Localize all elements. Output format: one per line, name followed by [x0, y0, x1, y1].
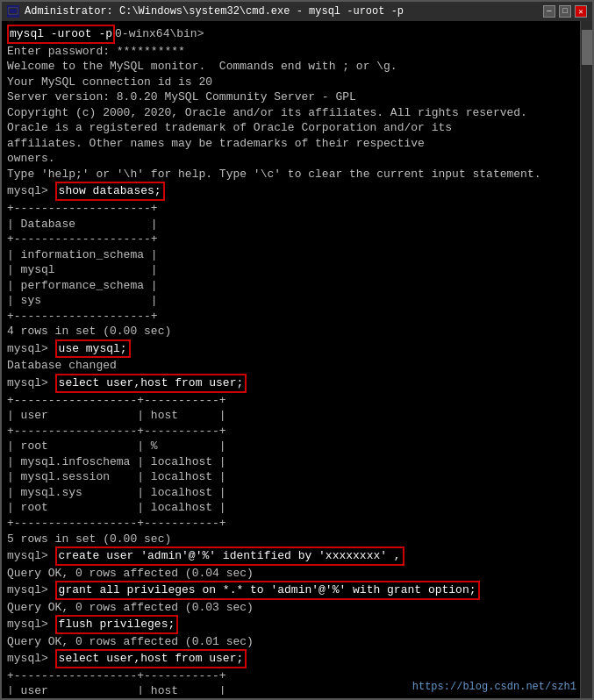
maximize-button[interactable]: □ [559, 5, 571, 18]
minimize-button[interactable]: — [543, 5, 555, 18]
highlighted-command: create user 'admin'@'%' identified by 'x… [55, 546, 404, 566]
terminal-body[interactable]: mysql -uroot -p0-winx64\bin>Enter passwo… [2, 21, 592, 698]
terminal-line: owners. [7, 151, 575, 167]
prompt: mysql> [7, 548, 55, 564]
terminal-window: Administrator: C:\Windows\system32\cmd.e… [0, 0, 594, 700]
terminal-line: | Database | [7, 217, 575, 232]
terminal-line: | sys | [7, 293, 575, 309]
watermark: https://blog.csdn.net/szh1 [412, 681, 576, 693]
highlighted-command: grant all privileges on *.* to 'admin'@'… [55, 581, 480, 600]
terminal-line: | mysql.sys | localhost | [7, 485, 575, 501]
title-bar: Administrator: C:\Windows\system32\cmd.e… [2, 2, 592, 21]
terminal-line: mysql> grant all privileges on *.* to 'a… [7, 581, 575, 600]
terminal-line: Query OK, 0 rows affected (0.04 sec) [7, 566, 575, 582]
terminal-line: mysql> select user,host from user; [7, 649, 575, 668]
terminal-line: Server version: 8.0.20 MySQL Community S… [7, 89, 575, 105]
prompt: mysql> [7, 341, 55, 357]
highlighted-command: select user,host from user; [55, 649, 247, 668]
scrollbar-thumb[interactable] [582, 30, 592, 65]
scrollbar[interactable] [580, 21, 592, 698]
terminal-line: affiliates. Other names may be trademark… [7, 136, 575, 152]
terminal-line: mysql -uroot -p0-winx64\bin> [7, 25, 575, 44]
prompt: mysql> [7, 617, 55, 632]
highlighted-command: flush privileges; [55, 615, 179, 634]
terminal-line: | mysql.infoschema | localhost | [7, 454, 575, 470]
terminal-line: Your MySQL connection id is 20 [7, 75, 575, 90]
terminal-line: | user | host | [7, 408, 575, 424]
terminal-line: | information_schema | [7, 247, 575, 263]
terminal-line: Database changed [7, 358, 575, 374]
title-controls: — □ ✕ [543, 5, 587, 18]
terminal-line: Type 'help;' or '\h' for help. Type '\c'… [7, 167, 575, 182]
terminal-line: Welcome to the MySQL monitor. Commands e… [7, 59, 575, 75]
svg-rect-2 [10, 9, 17, 13]
terminal-line: +--------------------+ [7, 232, 575, 247]
terminal-line: mysql> flush privileges; [7, 615, 575, 634]
terminal-line: mysql> create user 'admin'@'%' identifie… [7, 546, 575, 566]
terminal-line: +------------------+-----------+ [7, 424, 575, 439]
terminal-line: 4 rows in set (0.00 sec) [7, 324, 575, 339]
terminal-line: | mysql | [7, 262, 575, 278]
title-text: Administrator: C:\Windows\system32\cmd.e… [25, 5, 404, 18]
highlighted-command: show databases; [55, 182, 165, 201]
terminal-line: +------------------+-----------+ [7, 516, 575, 532]
terminal-line: Enter password: ********** [7, 44, 575, 60]
highlighted-command: select user,host from user; [55, 374, 247, 393]
terminal-line: 5 rows in set (0.00 sec) [7, 532, 575, 547]
highlighted-command: use mysql; [55, 339, 131, 359]
prompt: mysql> [7, 582, 55, 598]
terminal-line: mysql> show databases; [7, 182, 575, 201]
terminal-line: +------------------+-----------+ [7, 393, 575, 409]
terminal-line: | root | localhost | [7, 500, 575, 516]
prompt: mysql> [7, 183, 55, 199]
terminal-line: | mysql.session | localhost | [7, 469, 575, 485]
terminal-line: mysql> select user,host from user; [7, 374, 575, 393]
prompt: mysql> [7, 651, 55, 667]
title-bar-left: Administrator: C:\Windows\system32\cmd.e… [7, 5, 404, 18]
terminal-line: | performance_schema | [7, 278, 575, 294]
terminal-line: Query OK, 0 rows affected (0.03 sec) [7, 600, 575, 616]
window-icon [7, 5, 19, 18]
terminal-line: Query OK, 0 rows affected (0.01 sec) [7, 634, 575, 650]
prompt: mysql> [7, 375, 55, 391]
terminal-line: Oracle is a registered trademark of Orac… [7, 120, 575, 136]
terminal-line: | root | % | [7, 439, 575, 454]
terminal-line: +--------------------+ [7, 201, 575, 217]
terminal-line: mysql> use mysql; [7, 339, 575, 359]
terminal-content: mysql -uroot -p0-winx64\bin>Enter passwo… [7, 25, 575, 695]
terminal-line: Copyright (c) 2000, 2020, Oracle and/or … [7, 105, 575, 121]
highlighted-text: mysql -uroot -p [7, 25, 115, 44]
close-button[interactable]: ✕ [575, 5, 587, 18]
terminal-line: +--------------------+ [7, 309, 575, 325]
